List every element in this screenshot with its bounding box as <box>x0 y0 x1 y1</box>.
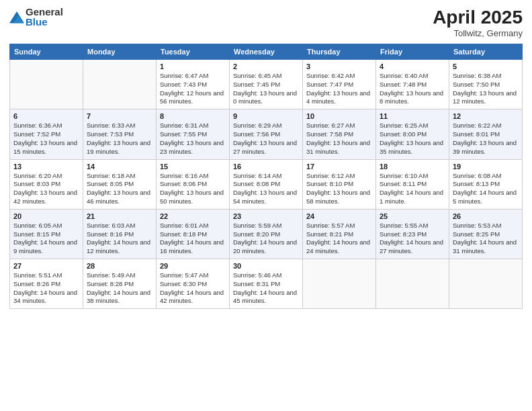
page: General Blue April 2025 Tollwitz, German… <box>0 0 532 411</box>
day-number: 30 <box>233 262 299 270</box>
day-info: Sunrise: 6:16 AM Sunset: 8:06 PM Dayligh… <box>160 172 226 206</box>
calendar-cell: 26Sunrise: 5:53 AM Sunset: 8:25 PM Dayli… <box>449 209 523 259</box>
day-number: 5 <box>453 62 519 71</box>
day-number: 15 <box>160 163 226 171</box>
day-info: Sunrise: 6:10 AM Sunset: 8:11 PM Dayligh… <box>380 172 445 206</box>
week-row-3: 13Sunrise: 6:20 AM Sunset: 8:03 PM Dayli… <box>10 159 523 209</box>
calendar-cell: 22Sunrise: 6:01 AM Sunset: 8:18 PM Dayli… <box>157 209 230 259</box>
logo-blue: Blue <box>26 17 63 27</box>
calendar-cell <box>376 259 449 309</box>
month-title: April 2025 <box>433 7 523 28</box>
day-number: 29 <box>160 262 226 270</box>
day-number: 13 <box>13 163 79 171</box>
day-info: Sunrise: 6:33 AM Sunset: 7:53 PM Dayligh… <box>87 122 152 156</box>
day-info: Sunrise: 6:12 AM Sunset: 8:10 PM Dayligh… <box>306 172 372 206</box>
day-number: 2 <box>233 62 299 71</box>
day-info: Sunrise: 5:53 AM Sunset: 8:25 PM Dayligh… <box>453 222 519 256</box>
calendar-cell: 25Sunrise: 5:55 AM Sunset: 8:23 PM Dayli… <box>376 209 449 259</box>
calendar-cell: 16Sunrise: 6:14 AM Sunset: 8:08 PM Dayli… <box>230 159 303 209</box>
day-number: 3 <box>306 62 372 71</box>
day-info: Sunrise: 6:01 AM Sunset: 8:18 PM Dayligh… <box>160 222 226 256</box>
day-number: 27 <box>13 262 79 270</box>
day-info: Sunrise: 5:51 AM Sunset: 8:26 PM Dayligh… <box>13 271 79 306</box>
col-thursday: Thursday <box>303 44 376 60</box>
day-info: Sunrise: 6:08 AM Sunset: 8:13 PM Dayligh… <box>453 172 519 206</box>
calendar-cell: 3Sunrise: 6:42 AM Sunset: 7:47 PM Daylig… <box>303 60 376 109</box>
day-number: 6 <box>13 112 79 120</box>
day-info: Sunrise: 5:57 AM Sunset: 8:21 PM Dayligh… <box>306 222 372 256</box>
week-row-4: 20Sunrise: 6:05 AM Sunset: 8:15 PM Dayli… <box>10 209 523 259</box>
day-info: Sunrise: 6:47 AM Sunset: 7:43 PM Dayligh… <box>160 72 226 106</box>
calendar-cell <box>83 60 157 109</box>
week-row-5: 27Sunrise: 5:51 AM Sunset: 8:26 PM Dayli… <box>10 259 523 309</box>
week-row-1: 1Sunrise: 6:47 AM Sunset: 7:43 PM Daylig… <box>10 60 523 109</box>
calendar-cell: 20Sunrise: 6:05 AM Sunset: 8:15 PM Dayli… <box>10 209 83 259</box>
calendar-cell: 23Sunrise: 5:59 AM Sunset: 8:20 PM Dayli… <box>230 209 303 259</box>
day-info: Sunrise: 6:36 AM Sunset: 7:52 PM Dayligh… <box>13 122 79 156</box>
day-info: Sunrise: 6:22 AM Sunset: 8:01 PM Dayligh… <box>453 122 519 156</box>
calendar-cell: 17Sunrise: 6:12 AM Sunset: 8:10 PM Dayli… <box>303 159 376 209</box>
calendar-cell: 18Sunrise: 6:10 AM Sunset: 8:11 PM Dayli… <box>376 159 449 209</box>
day-info: Sunrise: 5:49 AM Sunset: 8:28 PM Dayligh… <box>87 271 152 306</box>
location-subtitle: Tollwitz, Germany <box>433 28 523 38</box>
calendar-cell: 12Sunrise: 6:22 AM Sunset: 8:01 PM Dayli… <box>449 109 523 159</box>
calendar-cell: 6Sunrise: 6:36 AM Sunset: 7:52 PM Daylig… <box>10 109 83 159</box>
day-info: Sunrise: 6:45 AM Sunset: 7:45 PM Dayligh… <box>233 72 299 106</box>
day-info: Sunrise: 6:14 AM Sunset: 8:08 PM Dayligh… <box>233 172 299 206</box>
day-number: 18 <box>380 163 445 171</box>
day-info: Sunrise: 6:40 AM Sunset: 7:48 PM Dayligh… <box>380 72 445 106</box>
day-info: Sunrise: 6:31 AM Sunset: 7:55 PM Dayligh… <box>160 122 226 156</box>
day-number: 17 <box>306 163 372 171</box>
day-number: 11 <box>380 112 445 120</box>
calendar-cell: 8Sunrise: 6:31 AM Sunset: 7:55 PM Daylig… <box>157 109 230 159</box>
calendar-cell: 14Sunrise: 6:18 AM Sunset: 8:05 PM Dayli… <box>83 159 157 209</box>
week-row-2: 6Sunrise: 6:36 AM Sunset: 7:52 PM Daylig… <box>10 109 523 159</box>
day-info: Sunrise: 6:18 AM Sunset: 8:05 PM Dayligh… <box>87 172 152 206</box>
calendar-cell: 2Sunrise: 6:45 AM Sunset: 7:45 PM Daylig… <box>230 60 303 109</box>
day-info: Sunrise: 5:47 AM Sunset: 8:30 PM Dayligh… <box>160 271 226 306</box>
logo-text: General Blue <box>26 7 63 27</box>
col-monday: Monday <box>83 44 157 60</box>
day-info: Sunrise: 5:55 AM Sunset: 8:23 PM Dayligh… <box>380 222 445 256</box>
day-number: 19 <box>453 163 519 171</box>
day-info: Sunrise: 6:20 AM Sunset: 8:03 PM Dayligh… <box>13 172 79 206</box>
day-number: 26 <box>453 212 519 220</box>
day-number: 21 <box>87 212 152 220</box>
logo: General Blue <box>9 7 63 27</box>
col-tuesday: Tuesday <box>157 44 230 60</box>
calendar-cell: 27Sunrise: 5:51 AM Sunset: 8:26 PM Dayli… <box>10 259 83 309</box>
day-number: 20 <box>13 212 79 220</box>
day-info: Sunrise: 5:46 AM Sunset: 8:31 PM Dayligh… <box>233 271 299 306</box>
day-info: Sunrise: 6:27 AM Sunset: 7:58 PM Dayligh… <box>306 122 372 156</box>
calendar-cell <box>10 60 83 109</box>
logo-icon <box>9 9 24 24</box>
col-sunday: Sunday <box>10 44 83 60</box>
day-number: 14 <box>87 163 152 171</box>
day-number: 24 <box>306 212 372 220</box>
calendar-cell: 4Sunrise: 6:40 AM Sunset: 7:48 PM Daylig… <box>376 60 449 109</box>
calendar-table: Sunday Monday Tuesday Wednesday Thursday… <box>9 44 523 309</box>
day-number: 1 <box>160 62 226 71</box>
calendar-cell: 29Sunrise: 5:47 AM Sunset: 8:30 PM Dayli… <box>157 259 230 309</box>
day-info: Sunrise: 5:59 AM Sunset: 8:20 PM Dayligh… <box>233 222 299 256</box>
calendar-cell: 1Sunrise: 6:47 AM Sunset: 7:43 PM Daylig… <box>157 60 230 109</box>
calendar-cell: 11Sunrise: 6:25 AM Sunset: 8:00 PM Dayli… <box>376 109 449 159</box>
header-row: Sunday Monday Tuesday Wednesday Thursday… <box>10 44 523 60</box>
day-number: 9 <box>233 112 299 120</box>
day-number: 10 <box>306 112 372 120</box>
day-number: 4 <box>380 62 445 71</box>
calendar-cell <box>449 259 523 309</box>
title-block: April 2025 Tollwitz, Germany <box>433 7 523 38</box>
day-info: Sunrise: 6:42 AM Sunset: 7:47 PM Dayligh… <box>306 72 372 106</box>
calendar-cell: 10Sunrise: 6:27 AM Sunset: 7:58 PM Dayli… <box>303 109 376 159</box>
day-info: Sunrise: 6:29 AM Sunset: 7:56 PM Dayligh… <box>233 122 299 156</box>
day-number: 28 <box>87 262 152 270</box>
calendar-cell: 15Sunrise: 6:16 AM Sunset: 8:06 PM Dayli… <box>157 159 230 209</box>
header: General Blue April 2025 Tollwitz, German… <box>9 7 523 38</box>
day-number: 8 <box>160 112 226 120</box>
calendar-cell: 7Sunrise: 6:33 AM Sunset: 7:53 PM Daylig… <box>83 109 157 159</box>
day-info: Sunrise: 6:05 AM Sunset: 8:15 PM Dayligh… <box>13 222 79 256</box>
logo-general: General <box>26 7 63 17</box>
day-number: 12 <box>453 112 519 120</box>
day-number: 22 <box>160 212 226 220</box>
